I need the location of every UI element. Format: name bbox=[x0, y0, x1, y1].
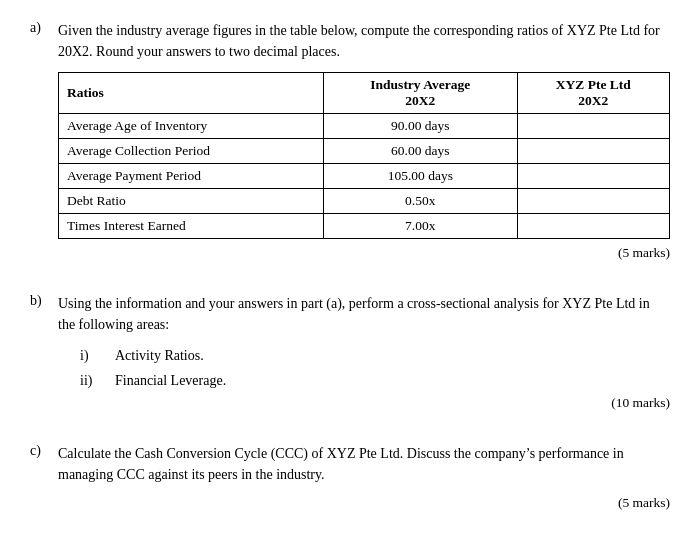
table-row: Times Interest Earned 7.00x bbox=[59, 214, 670, 239]
table-row: Average Collection Period 60.00 days bbox=[59, 139, 670, 164]
table-row: Debt Ratio 0.50x bbox=[59, 189, 670, 214]
table-row: Average Payment Period 105.00 days bbox=[59, 164, 670, 189]
section-c-label: c) bbox=[30, 443, 58, 459]
section-a-marks: (5 marks) bbox=[30, 245, 670, 261]
row-label-debt: Debt Ratio bbox=[59, 189, 324, 214]
table-header-row: Ratios Industry Average20X2 XYZ Pte Ltd2… bbox=[59, 73, 670, 114]
sub-item-i-text: Activity Ratios. bbox=[115, 345, 670, 366]
ratios-table-container: Ratios Industry Average20X2 XYZ Pte Ltd2… bbox=[58, 72, 670, 239]
col-header-xyz: XYZ Pte Ltd20X2 bbox=[517, 73, 669, 114]
ratios-table: Ratios Industry Average20X2 XYZ Pte Ltd2… bbox=[58, 72, 670, 239]
row-xyz-tie bbox=[517, 214, 669, 239]
row-xyz-collection bbox=[517, 139, 669, 164]
col-header-ratios: Ratios bbox=[59, 73, 324, 114]
section-a-text: Given the industry average figures in th… bbox=[58, 20, 670, 62]
section-b-marks: (10 marks) bbox=[30, 395, 670, 411]
row-industry-avg-age: 90.00 days bbox=[323, 114, 517, 139]
section-c-text: Calculate the Cash Conversion Cycle (CCC… bbox=[58, 443, 670, 485]
section-b-label: b) bbox=[30, 293, 58, 309]
sub-item-ii: ii) Financial Leverage. bbox=[80, 370, 670, 391]
section-a: a) Given the industry average figures in… bbox=[30, 20, 670, 261]
table-row: Average Age of Inventory 90.00 days bbox=[59, 114, 670, 139]
section-b-subitems: i) Activity Ratios. ii) Financial Levera… bbox=[80, 345, 670, 391]
sub-item-i: i) Activity Ratios. bbox=[80, 345, 670, 366]
row-label-collection: Average Collection Period bbox=[59, 139, 324, 164]
section-c-marks: (5 marks) bbox=[30, 495, 670, 511]
row-industry-tie: 7.00x bbox=[323, 214, 517, 239]
row-xyz-payment bbox=[517, 164, 669, 189]
sub-item-i-label: i) bbox=[80, 345, 115, 366]
row-xyz-debt bbox=[517, 189, 669, 214]
section-c: c) Calculate the Cash Conversion Cycle (… bbox=[30, 443, 670, 511]
row-label-tie: Times Interest Earned bbox=[59, 214, 324, 239]
sub-item-ii-label: ii) bbox=[80, 370, 115, 391]
section-b: b) Using the information and your answer… bbox=[30, 293, 670, 411]
col-header-industry: Industry Average20X2 bbox=[323, 73, 517, 114]
row-industry-payment: 105.00 days bbox=[323, 164, 517, 189]
section-a-label: a) bbox=[30, 20, 58, 36]
row-label-payment: Average Payment Period bbox=[59, 164, 324, 189]
row-label-avg-age: Average Age of Inventory bbox=[59, 114, 324, 139]
sub-item-ii-text: Financial Leverage. bbox=[115, 370, 670, 391]
row-xyz-avg-age bbox=[517, 114, 669, 139]
section-b-text: Using the information and your answers i… bbox=[58, 293, 670, 335]
row-industry-collection: 60.00 days bbox=[323, 139, 517, 164]
row-industry-debt: 0.50x bbox=[323, 189, 517, 214]
